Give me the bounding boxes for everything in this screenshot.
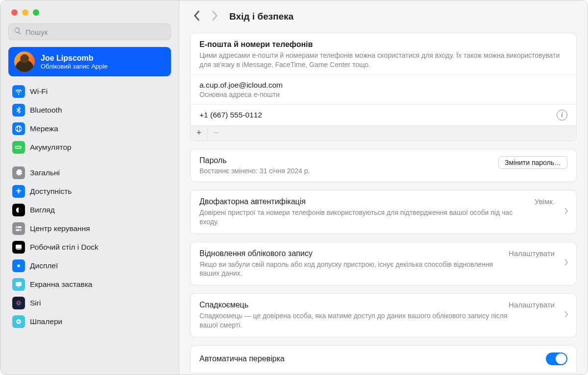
settings-window: Joe Lipscomb Обліковий запис Apple Wi-Fi…: [0, 0, 588, 375]
minimize-window-button[interactable]: [22, 9, 28, 16]
sidebar: Joe Lipscomb Обліковий запис Apple Wi-Fi…: [0, 0, 179, 375]
sidebar-item-label: Робочий стіл і Dock: [30, 243, 98, 252]
twofa-title: Двофакторна автентифікація: [199, 197, 555, 206]
contacts-desc: Цими адресами е-пошти й номерами телефон…: [199, 51, 567, 70]
sidebar-item-label: Siri: [30, 299, 41, 307]
sidebar-item-bluetooth[interactable]: Bluetooth: [8, 101, 171, 119]
sidebar-item-displays[interactable]: Дисплеї: [8, 257, 171, 275]
email-sublabel: Основна адреса е-пошти: [199, 91, 567, 98]
recovery-desc: Якщо ви забули свій пароль або код допус…: [199, 260, 513, 279]
email-value: a.cup.of.joe@icloud.com: [199, 81, 567, 90]
sidebar-item-wallpaper[interactable]: Шпалери: [8, 312, 171, 331]
sidebar-account-row[interactable]: Joe Lipscomb Обліковий запис Apple: [8, 47, 171, 76]
sidebar-item-label: Дисплеї: [30, 261, 58, 270]
bluetooth-icon: [12, 104, 25, 117]
zoom-window-button[interactable]: [33, 9, 39, 16]
password-card: Пароль Востаннє змінено: 31 січня 2024 р…: [190, 149, 577, 182]
sidebar-item-label: Екранна заставка: [30, 280, 92, 289]
accessibility-icon: [12, 185, 25, 198]
svg-point-8: [17, 264, 20, 267]
sidebar-item-label: Акумулятор: [30, 143, 72, 152]
sidebar-item-general[interactable]: Загальні: [8, 164, 171, 182]
info-icon[interactable]: i: [557, 110, 567, 120]
svg-point-11: [16, 301, 21, 305]
legacy-desc: Спадкоємець — це довірена особа, яка мат…: [199, 311, 513, 330]
svg-rect-9: [16, 282, 22, 286]
recovery-status: Налаштувати: [509, 249, 555, 258]
auto-verify-row: Автоматична перевірка: [190, 345, 577, 372]
gear-icon: [12, 166, 25, 179]
globe-icon: [12, 122, 25, 135]
contacts-card: Е-пошта й номери телефонів Цими адресами…: [190, 33, 577, 141]
phone-value: +1 (667) 555-0112: [199, 111, 549, 119]
window-controls: [0, 0, 179, 22]
add-button[interactable]: +: [191, 126, 207, 141]
sidebar-item-control-center[interactable]: Центр керування: [8, 219, 171, 238]
siri-icon: [12, 297, 25, 309]
recovery-row[interactable]: Відновлення облікового запису Налаштуват…: [190, 242, 577, 286]
chevron-right-icon: [564, 258, 568, 268]
twofa-status: Увімк.: [535, 197, 555, 206]
sidebar-item-appearance[interactable]: Вигляд: [8, 201, 171, 219]
sidebar-item-wifi[interactable]: Wi-Fi: [8, 82, 171, 101]
sidebar-item-label: Wi-Fi: [30, 87, 48, 96]
svg-rect-7: [16, 249, 21, 250]
sidebar-item-screensaver[interactable]: Екранна заставка: [8, 275, 171, 294]
password-sub: Востаннє змінено: 31 січня 2024 р.: [199, 167, 310, 175]
legacy-title: Спадкоємець: [199, 301, 555, 309]
svg-point-14: [18, 321, 20, 323]
close-window-button[interactable]: [11, 9, 18, 16]
search-field[interactable]: [8, 23, 171, 40]
recovery-title: Відновлення облікового запису: [199, 249, 555, 258]
back-button[interactable]: [193, 10, 200, 23]
sidebar-item-label: Доступність: [30, 187, 72, 196]
auto-verify-title: Автоматична перевірка: [199, 354, 285, 363]
svg-point-5: [19, 230, 21, 231]
screensaver-icon: [12, 278, 25, 291]
sidebar-item-label: Bluetooth: [30, 106, 62, 115]
sidebar-item-accessibility[interactable]: Доступність: [8, 182, 171, 201]
svg-rect-3: [16, 229, 22, 231]
phone-row[interactable]: +1 (667) 555-0112 i: [191, 104, 576, 125]
account-name: Joe Lipscomb: [41, 54, 107, 63]
twofa-row[interactable]: Двофакторна автентифікація Увімк. Довіре…: [190, 190, 577, 234]
chevron-right-icon: [564, 310, 568, 320]
battery-icon: [12, 141, 25, 154]
sidebar-item-label: Вигляд: [30, 206, 55, 214]
svg-point-12: [17, 302, 20, 304]
main-content: Вхід і безпека Е-пошта й номери телефоні…: [179, 0, 588, 375]
svg-rect-2: [16, 226, 22, 228]
account-subtitle: Обліковий запис Apple: [41, 63, 107, 70]
auto-verify-toggle[interactable]: [546, 352, 567, 365]
chevron-right-icon: [564, 207, 568, 217]
email-row[interactable]: a.cup.of.joe@icloud.com Основна адреса е…: [191, 74, 576, 104]
search-icon: [14, 27, 22, 37]
sidebar-item-siri[interactable]: Siri: [8, 294, 171, 312]
sidebar-item-desktop-dock[interactable]: Робочий стіл і Dock: [8, 238, 171, 257]
page-title: Вхід і безпека: [229, 11, 294, 22]
sidebar-item-network[interactable]: Мережа: [8, 119, 171, 138]
svg-rect-10: [18, 286, 20, 287]
legacy-status: Налаштувати: [509, 301, 555, 309]
svg-point-0: [18, 188, 20, 190]
remove-button[interactable]: −: [208, 126, 224, 141]
sidebar-item-label: Мережа: [30, 124, 58, 133]
search-input[interactable]: [25, 28, 166, 36]
appearance-icon: [12, 204, 25, 216]
sliders-icon: [12, 222, 25, 235]
svg-rect-6: [16, 245, 22, 249]
wallpaper-icon: [12, 315, 25, 328]
sidebar-item-battery[interactable]: Акумулятор: [8, 138, 171, 157]
legacy-row[interactable]: Спадкоємець Налаштувати Спадкоємець — це…: [190, 293, 577, 337]
brightness-icon: [12, 259, 25, 272]
forward-button[interactable]: [212, 10, 219, 23]
dock-icon: [12, 241, 25, 254]
password-title: Пароль: [199, 156, 310, 165]
twofa-desc: Довірені пристрої та номери телефонів ви…: [199, 208, 513, 227]
content-header: Вхід і безпека: [179, 0, 588, 30]
wifi-icon: [12, 85, 25, 98]
svg-point-4: [17, 227, 18, 228]
avatar: [14, 51, 35, 72]
change-password-button[interactable]: Змінити пароль…: [498, 156, 567, 169]
sidebar-item-label: Загальні: [30, 168, 60, 177]
